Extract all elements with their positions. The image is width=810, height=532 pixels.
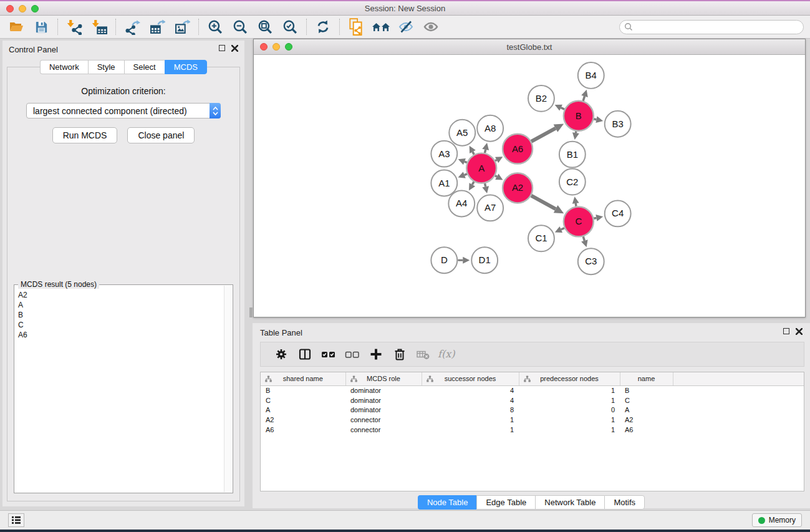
- table-row[interactable]: Adominator80A: [261, 405, 804, 415]
- table-cell[interactable]: C: [620, 395, 673, 405]
- graph-node-B[interactable]: B: [564, 101, 594, 131]
- graph-edge-A2-C[interactable]: [531, 196, 556, 210]
- table-header-row[interactable]: shared nameMCDS rolesuccessor nodesprede…: [261, 372, 804, 385]
- table-row[interactable]: Cdominator41C: [261, 395, 804, 405]
- export-image-button[interactable]: [170, 17, 195, 37]
- tab-node-table[interactable]: Node Table: [418, 495, 477, 510]
- table-cell[interactable]: 1: [422, 415, 519, 425]
- network-window-titlebar[interactable]: testGlobe.txt: [254, 39, 805, 55]
- import-table-button[interactable]: [87, 17, 112, 37]
- close-panel-button[interactable]: Close panel: [127, 127, 195, 143]
- graph-node-C[interactable]: C: [564, 206, 594, 236]
- graph-edge-C-C3[interactable]: [583, 236, 584, 241]
- select-all-button[interactable]: [317, 344, 340, 364]
- table-cell[interactable]: connector: [345, 425, 422, 435]
- graph-node-C2[interactable]: C2: [559, 169, 586, 195]
- table-cell[interactable]: 1: [422, 425, 519, 435]
- graph-edge-A-A8[interactable]: [485, 150, 486, 153]
- result-scrollbar[interactable]: [224, 286, 232, 492]
- graph-node-A3[interactable]: A3: [431, 141, 457, 167]
- graph-edge-B-B2[interactable]: [561, 108, 565, 110]
- table-cell[interactable]: A2: [261, 415, 345, 425]
- zoom-in-button[interactable]: [203, 17, 228, 37]
- save-session-button[interactable]: [29, 17, 54, 37]
- new-network-from-selection-button[interactable]: [344, 17, 369, 37]
- graph-node-D[interactable]: D: [431, 247, 457, 273]
- refresh-view-button[interactable]: [311, 17, 335, 37]
- graph-edge-B-B3[interactable]: [594, 119, 596, 120]
- import-network-button[interactable]: [62, 17, 87, 37]
- graph-node-A6[interactable]: A6: [503, 134, 533, 164]
- graph-edge-A-A5[interactable]: [473, 152, 474, 154]
- mcds-result-item[interactable]: A: [18, 300, 223, 310]
- graph-node-B3[interactable]: B3: [605, 111, 631, 137]
- graph-edge-A-A2[interactable]: [495, 176, 497, 177]
- show-all-button[interactable]: [418, 17, 443, 37]
- mcds-result-item[interactable]: A6: [18, 330, 223, 340]
- mcds-result-item[interactable]: C: [18, 320, 223, 330]
- graph-node-A1[interactable]: A1: [431, 170, 457, 196]
- graph-node-A4[interactable]: A4: [448, 190, 475, 216]
- column-header-successor-nodes[interactable]: successor nodes: [422, 372, 519, 385]
- zoom-fit-button[interactable]: [253, 17, 277, 37]
- mcds-result-list[interactable]: A2ABCA6: [18, 290, 223, 491]
- table-cell[interactable]: dominator: [345, 405, 422, 415]
- search-input[interactable]: [634, 22, 796, 31]
- table-cell[interactable]: A: [261, 405, 345, 415]
- mcds-result-item[interactable]: B: [18, 310, 223, 320]
- graph-node-B2[interactable]: B2: [528, 85, 554, 112]
- zoom-out-button[interactable]: [228, 17, 253, 37]
- graph-node-D1[interactable]: D1: [471, 247, 498, 273]
- table-row[interactable]: A2connector11A2: [261, 415, 804, 425]
- graph-node-A5[interactable]: A5: [449, 120, 475, 146]
- table-cell[interactable]: A6: [620, 425, 673, 435]
- table-cell[interactable]: A2: [620, 415, 673, 425]
- table-cell[interactable]: A: [620, 405, 673, 415]
- network-vertical-scroll-hint[interactable]: [249, 307, 253, 317]
- delete-table-button[interactable]: [412, 344, 435, 364]
- table-cell[interactable]: 1: [519, 425, 620, 435]
- table-cell[interactable]: C: [261, 395, 345, 405]
- search-field[interactable]: [619, 20, 804, 34]
- tab-network[interactable]: Network: [40, 60, 88, 74]
- table-cell[interactable]: B: [261, 385, 345, 395]
- open-file-button[interactable]: [4, 17, 29, 37]
- graph-node-C1[interactable]: C1: [528, 225, 554, 251]
- graph-edge-C-C2[interactable]: [576, 203, 576, 206]
- graph-node-C4[interactable]: C4: [605, 200, 631, 226]
- show-task-history-button[interactable]: [8, 513, 24, 527]
- graph-node-A8[interactable]: A8: [477, 115, 503, 142]
- table-cell[interactable]: A6: [261, 425, 345, 435]
- run-mcds-button[interactable]: Run MCDS: [52, 127, 118, 143]
- node-table[interactable]: shared nameMCDS rolesuccessor nodesprede…: [260, 372, 804, 491]
- graph-edge-A-A7[interactable]: [485, 183, 486, 186]
- table-cell[interactable]: B: [620, 385, 673, 395]
- graph-node-A7[interactable]: A7: [477, 195, 503, 221]
- column-header-shared-name[interactable]: shared name: [261, 372, 345, 385]
- table-cell[interactable]: 1: [519, 395, 620, 405]
- export-table-button[interactable]: [145, 17, 170, 37]
- table-cell[interactable]: dominator: [345, 395, 422, 405]
- float-panel-icon[interactable]: [219, 45, 225, 51]
- column-header-predecessor-nodes[interactable]: predecessor nodes: [519, 372, 620, 385]
- criterion-dropdown[interactable]: largest connected component (directed): [26, 103, 221, 118]
- add-column-button[interactable]: [364, 344, 388, 364]
- delete-columns-button[interactable]: [388, 344, 412, 364]
- memory-button[interactable]: Memory: [752, 513, 802, 527]
- zoom-selected-button[interactable]: [277, 17, 302, 37]
- table-cell[interactable]: 4: [422, 395, 519, 405]
- graph-edge-A6-B[interactable]: [531, 128, 556, 142]
- export-network-button[interactable]: [120, 17, 145, 37]
- graph-edge-A-A6[interactable]: [495, 160, 496, 161]
- tab-select[interactable]: Select: [124, 60, 165, 74]
- table-row[interactable]: A6connector11A6: [261, 425, 804, 435]
- table-cell[interactable]: 0: [519, 405, 620, 415]
- graph-node-B1[interactable]: B1: [559, 142, 586, 168]
- graph-node-B4[interactable]: B4: [578, 62, 604, 89]
- table-cell[interactable]: dominator: [345, 385, 422, 395]
- table-float-panel-icon[interactable]: [783, 328, 789, 334]
- deselect-all-button[interactable]: [340, 344, 364, 364]
- tab-motifs[interactable]: Motifs: [604, 495, 645, 510]
- table-cell[interactable]: connector: [345, 415, 422, 425]
- graph-edge-C-C1[interactable]: [561, 228, 564, 230]
